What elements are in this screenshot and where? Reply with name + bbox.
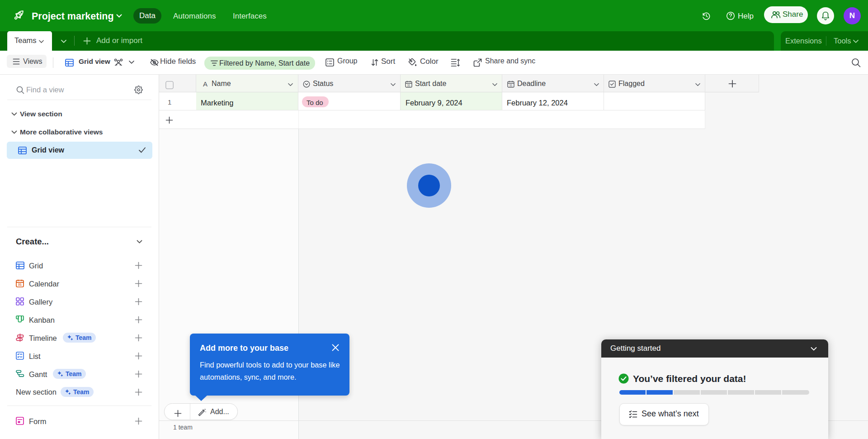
svg-text:31: 31	[407, 84, 410, 87]
svg-text:31: 31	[18, 283, 22, 286]
svg-text:31: 31	[509, 84, 513, 87]
